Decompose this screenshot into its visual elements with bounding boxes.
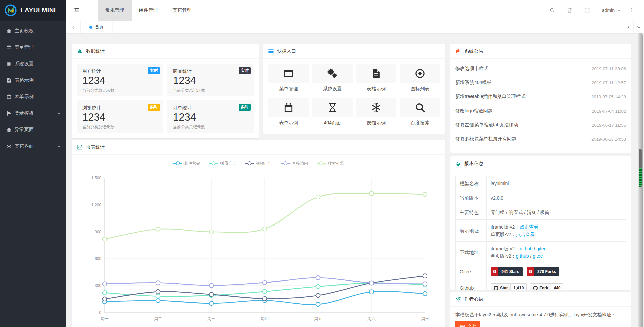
legend-marker-icon	[281, 161, 290, 166]
sidebar-item-6[interactable]: 登录模板	[0, 105, 66, 121]
fullscreen-icon	[584, 7, 590, 13]
github-badge-label: Star	[500, 284, 508, 290]
version-row-value: G941 StarsG278 Forks	[487, 263, 626, 280]
quick-entry-label: 百度搜索	[400, 120, 440, 126]
legend-item-联盟广告[interactable]: 联盟广告	[209, 161, 236, 166]
page-tab-bar: 首页	[66, 21, 644, 33]
notice-date: 2019-06-17 11:55	[592, 123, 626, 128]
quick-entry-404页面[interactable]: 404页面	[312, 98, 353, 129]
data-statistics-title: 数据统计	[86, 48, 105, 54]
svg-text:300: 300	[95, 283, 101, 288]
sidebar-item-1[interactable]: 主页模板	[0, 23, 66, 39]
link-line: iframe版-v2：github / gitee	[491, 245, 622, 252]
legend-marker-icon	[317, 161, 326, 166]
link-github[interactable]: github	[516, 253, 529, 259]
link-gitee[interactable]: gitee	[536, 246, 546, 251]
notice-item: 新增treetable插件和菜单管理样式2019-07-05 14:28	[455, 90, 626, 104]
version-row-value: 零门槛 / 响应式 / 清爽 / 极简	[487, 205, 626, 220]
tab-home[interactable]: 首页	[81, 21, 113, 33]
gitee-badge[interactable]: G941 Stars	[491, 267, 523, 276]
gear-icon	[6, 61, 12, 67]
fire-icon	[455, 161, 461, 166]
tab-menu-button[interactable]	[633, 21, 644, 33]
legend-label: 联盟广告	[220, 161, 236, 166]
module-tab-3[interactable]: 其它管理	[165, 0, 199, 21]
clear-cache-button[interactable]	[561, 7, 579, 13]
github-badge-count: 1,419	[511, 283, 527, 290]
user-dropdown[interactable]: admin	[602, 8, 621, 13]
quick-entry-按钮示例[interactable]: 按钮示例	[356, 98, 397, 129]
author-words-body: 本模板基于layui2.5.4以及font-awesome-4.7.0进行实现。…	[450, 307, 631, 327]
sidebar-item-8[interactable]: 其它界面	[0, 138, 66, 154]
realtime-badge: 实时	[239, 104, 251, 111]
notice-date: 2019-07-04 11:02	[592, 109, 626, 114]
version-row-label: 主要特色	[456, 205, 487, 220]
quick-entry-grid: 菜单管理系统设置表格示例图标列表表单示例404页面按钮示例百度搜索	[263, 59, 445, 132]
stat-value: 1234	[173, 111, 249, 123]
github-badge[interactable]: Fork440	[530, 283, 563, 290]
module-tab-1[interactable]: 常规管理	[98, 0, 132, 21]
stat-box: 用户统计1234当前分类总记录数实时	[77, 64, 163, 96]
notice-text: 修改logo缩放问题	[455, 108, 492, 114]
flag-icon	[6, 111, 12, 116]
quick-entry-label: 系统设置	[312, 86, 353, 92]
link-line: 单页版-v2：github / gitee	[491, 252, 622, 260]
version-info-header: 版本信息	[450, 156, 631, 171]
target-icon	[415, 68, 425, 79]
sidebar-item-4[interactable]: 表格示例	[0, 72, 66, 88]
quick-entry-表单示例[interactable]: 表单示例	[268, 98, 309, 129]
refresh-button[interactable]	[544, 7, 561, 13]
link-prefix: 单页版-v2：	[491, 232, 516, 237]
gitee-badge[interactable]: G278 Forks	[527, 267, 559, 276]
legend-item-邮件营销[interactable]: 邮件营销	[173, 161, 200, 166]
version-row: 框架名称layuimini	[456, 176, 626, 191]
chevron-down-icon	[57, 144, 61, 148]
fullscreen-button[interactable]	[579, 7, 596, 13]
link-点击查看[interactable]: 点击查看	[516, 232, 535, 237]
link-separator: /	[533, 246, 537, 251]
quick-entry-百度搜索[interactable]: 百度搜索	[400, 98, 440, 129]
header-actions: admin	[544, 0, 644, 21]
sidebar-item-5[interactable]: 表单示例	[0, 88, 66, 105]
snowflake-icon	[371, 102, 381, 113]
version-row-label: 下载地址	[456, 242, 487, 263]
stat-label: 用户统计	[82, 68, 158, 74]
quick-entry-表格示例[interactable]: 表格示例	[356, 64, 397, 95]
legend-item-搜索引擎[interactable]: 搜索引擎	[317, 161, 344, 166]
svg-text:900: 900	[95, 230, 101, 234]
sidebar-item-2[interactable]: 菜单管理	[0, 39, 66, 55]
username: admin	[602, 8, 615, 13]
sidebar-item-label: 菜单管理	[15, 44, 61, 50]
menu-fold-button[interactable]	[66, 0, 87, 21]
sidebar-item-label: 其它界面	[15, 143, 57, 149]
logo[interactable]: LAYUI MINI	[0, 0, 66, 21]
version-row-label: 框架名称	[456, 176, 487, 191]
link-gitee[interactable]: gitee	[533, 253, 543, 259]
sidebar-item-7[interactable]: 异常页面	[0, 121, 66, 138]
sidebar-item-3[interactable]: 系统设置	[0, 55, 66, 72]
trash-icon	[567, 7, 573, 13]
menu-fold-icon	[73, 7, 80, 13]
version-row-value: layuimini	[487, 176, 626, 191]
link-github[interactable]: github	[519, 246, 532, 251]
version-row: 当前版本v2.0.0	[456, 191, 626, 205]
chevron-down-icon	[57, 111, 61, 115]
quick-entry-系统设置[interactable]: 系统设置	[312, 64, 353, 95]
module-tab-2[interactable]: 组件管理	[132, 0, 165, 21]
legend-item-直接访问[interactable]: 直接访问	[281, 161, 308, 166]
layui-doc-button[interactable]: layui文档	[455, 321, 480, 327]
quick-entry-图标列表[interactable]: 图标列表	[400, 64, 440, 95]
github-badge[interactable]: Star1,419	[491, 283, 527, 290]
gitee-badge-text: 278 Forks	[534, 267, 559, 276]
link-点击查看[interactable]: 点击查看	[519, 224, 538, 230]
notice-item: 修改选项卡样式2019-07-11 23:06	[455, 62, 626, 76]
gitee-logo-icon: G	[491, 267, 498, 276]
more-menu-button[interactable]	[626, 7, 637, 13]
tab-scroll-right-button[interactable]	[623, 21, 633, 33]
warning-icon	[77, 48, 83, 54]
sidebar-item-label: 表单示例	[15, 94, 57, 100]
quick-entry-菜单管理[interactable]: 菜单管理	[268, 64, 309, 95]
version-row-value: iframe版-v2：github / gitee单页版-v2：github /…	[487, 242, 626, 263]
legend-item-视频广告[interactable]: 视频广告	[245, 161, 272, 166]
tab-scroll-left-button[interactable]	[66, 21, 81, 33]
